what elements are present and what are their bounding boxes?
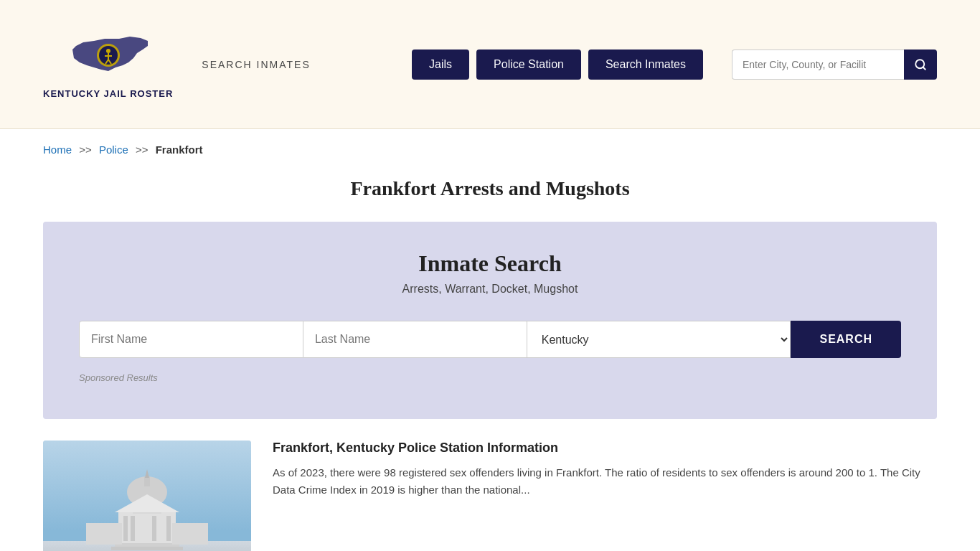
svg-rect-17 — [111, 547, 183, 550]
breadcrumb-home[interactable]: Home — [43, 143, 72, 156]
inmate-search-form: AlabamaAlaskaArizonaArkansasCaliforniaCo… — [79, 321, 901, 358]
search-inmates-nav-label: SEARCH INMATES — [202, 59, 310, 70]
inmate-search-subtitle: Arrests, Warrant, Docket, Mugshot — [79, 283, 901, 296]
logo-area: KENTUCKY JAIL ROSTER — [43, 28, 173, 100]
svg-rect-14 — [152, 516, 156, 541]
header-search-bar — [732, 50, 937, 80]
inmate-search-title: Inmate Search — [79, 250, 901, 277]
svg-rect-15 — [166, 516, 171, 541]
last-name-input[interactable] — [303, 321, 527, 358]
search-icon — [914, 58, 927, 71]
breadcrumb-sep1: >> — [79, 143, 92, 156]
breadcrumb: Home >> Police >> Frankfort — [0, 129, 980, 170]
info-area: Frankfort, Kentucky Police Station Infor… — [273, 441, 937, 499]
first-name-input[interactable] — [79, 321, 303, 358]
search-inmates-button[interactable]: Search Inmates — [588, 50, 703, 80]
header-search-input[interactable] — [732, 50, 904, 80]
inmate-search-section: Inmate Search Arrests, Warrant, Docket, … — [43, 222, 937, 419]
page-title: Frankfort Arrests and Mugshots — [0, 177, 980, 200]
main-nav: Jails Police Station Search Inmates — [412, 50, 703, 80]
bottom-content: Frankfort, Kentucky Police Station Infor… — [43, 441, 937, 551]
info-text: As of 2023, there were 98 registered sex… — [273, 464, 937, 499]
breadcrumb-current: Frankfort — [156, 143, 203, 156]
police-station-button[interactable]: Police Station — [476, 50, 581, 80]
svg-rect-23 — [86, 523, 122, 545]
breadcrumb-police[interactable]: Police — [99, 143, 128, 156]
svg-point-2 — [106, 49, 110, 53]
svg-rect-13 — [131, 516, 135, 541]
logo-image — [65, 28, 151, 85]
svg-rect-24 — [172, 523, 208, 545]
logo-text: KENTUCKY JAIL ROSTER — [43, 88, 173, 100]
breadcrumb-sep2: >> — [136, 143, 149, 156]
header-search-button[interactable] — [904, 50, 937, 80]
header: KENTUCKY JAIL ROSTER SEARCH INMATES Jail… — [0, 0, 980, 129]
search-submit-button[interactable]: SEARCH — [791, 321, 901, 358]
sponsored-results-label: Sponsored Results — [79, 372, 901, 383]
svg-rect-16 — [115, 543, 179, 547]
svg-line-8 — [923, 67, 925, 69]
svg-rect-12 — [123, 516, 128, 541]
info-title: Frankfort, Kentucky Police Station Infor… — [273, 441, 937, 456]
svg-rect-20 — [144, 476, 150, 486]
state-select[interactable]: AlabamaAlaskaArizonaArkansasCaliforniaCo… — [527, 321, 791, 358]
jails-button[interactable]: Jails — [412, 50, 469, 80]
city-image — [43, 441, 251, 551]
